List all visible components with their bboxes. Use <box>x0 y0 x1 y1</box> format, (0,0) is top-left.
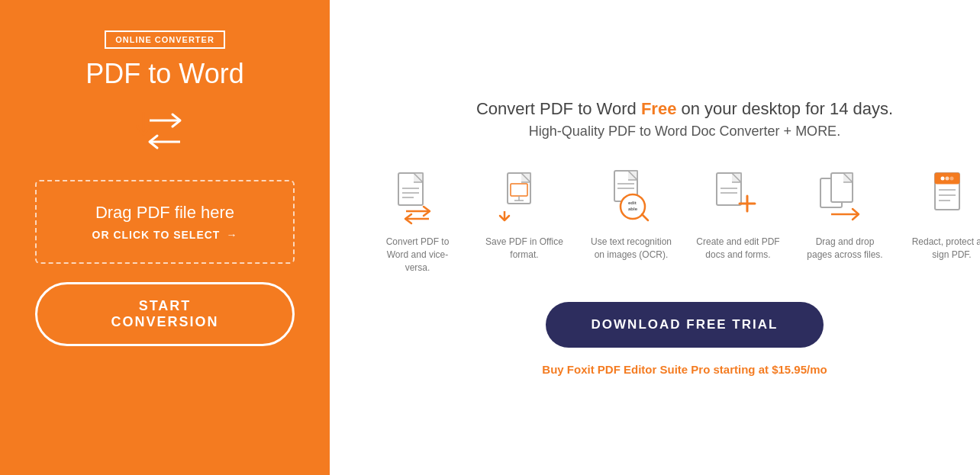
drop-zone[interactable]: Drag PDF file here OR CLICK TO SELECT → <box>35 180 295 264</box>
start-conversion-button[interactable]: START CONVERSION <box>35 282 295 346</box>
svg-text:able: able <box>628 207 638 211</box>
arrows-icon <box>127 105 203 159</box>
feature-ocr-icon: edit able <box>601 167 662 228</box>
feature-office-label: Save PDF in Office format. <box>482 236 566 262</box>
headline-part1: Convert PDF to Word <box>476 99 641 118</box>
svg-point-25 <box>946 177 949 181</box>
svg-point-26 <box>950 177 954 181</box>
right-panel: Convert PDF to Word Free on your desktop… <box>330 0 980 475</box>
pdf-to-word-title: PDF to Word <box>85 58 243 90</box>
features-row: Convert PDF to Word and vice-versa. Save… <box>376 167 980 274</box>
svg-line-14 <box>642 214 648 220</box>
headline-part2: on your desktop for 14 days. <box>676 99 893 118</box>
feature-office-icon <box>494 167 555 228</box>
headline-free: Free <box>641 99 676 118</box>
feature-ocr: edit able Use text recognition on images… <box>589 167 673 262</box>
feature-redact-icon <box>921 167 980 228</box>
buy-link[interactable]: Buy Foxit PDF Editor Suite Pro starting … <box>542 363 827 376</box>
feature-ocr-label: Use text recognition on images (OCR). <box>589 236 673 262</box>
feature-drag-icon <box>814 167 875 228</box>
feature-edit-icon <box>708 167 769 228</box>
feature-edit: Create and edit PDF docs and forms. <box>696 167 780 262</box>
drop-zone-sub: OR CLICK TO SELECT → <box>52 229 278 241</box>
feature-convert-label: Convert PDF to Word and vice-versa. <box>376 236 459 274</box>
headline: Convert PDF to Word Free on your desktop… <box>476 99 893 119</box>
svg-point-24 <box>941 177 945 181</box>
drop-zone-text: Drag PDF file here <box>52 203 278 223</box>
feature-redact: Redact, protect and sign PDF. <box>910 167 980 262</box>
feature-office: Save PDF in Office format. <box>482 167 566 262</box>
download-free-trial-button[interactable]: DOWNLOAD FREE TRIAL <box>546 302 824 348</box>
feature-drag: Drag and drop pages across files. <box>803 167 887 262</box>
feature-drag-label: Drag and drop pages across files. <box>803 236 887 262</box>
online-converter-badge: ONLINE CONVERTER <box>105 30 225 49</box>
feature-edit-label: Create and edit PDF docs and forms. <box>696 236 780 262</box>
left-panel: ONLINE CONVERTER PDF to Word Drag PDF fi… <box>0 0 330 475</box>
feature-convert-icon <box>387 167 448 228</box>
svg-text:edit: edit <box>628 201 637 205</box>
subheadline: High-Quality PDF to Word Doc Converter +… <box>529 124 840 140</box>
feature-redact-label: Redact, protect and sign PDF. <box>910 236 980 262</box>
feature-convert: Convert PDF to Word and vice-versa. <box>376 167 459 274</box>
